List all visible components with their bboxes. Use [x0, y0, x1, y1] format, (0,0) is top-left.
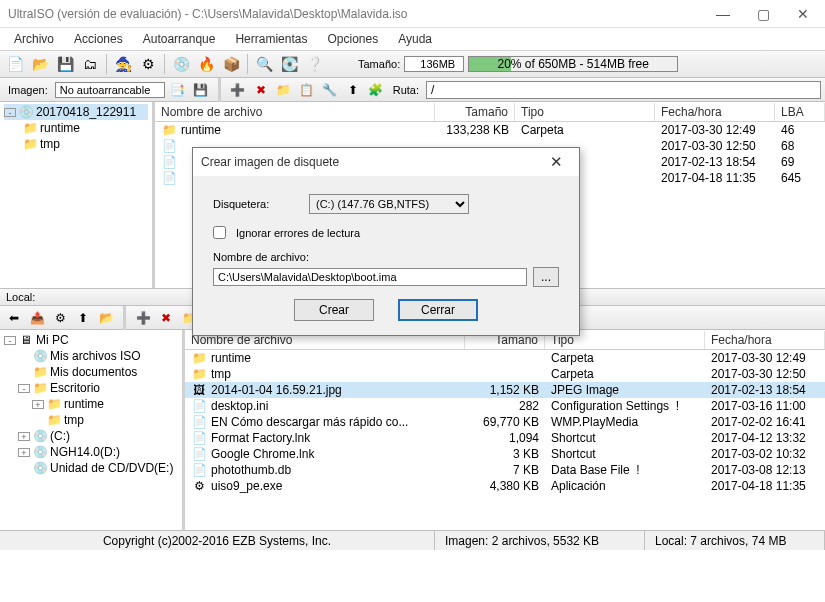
- disc-icon[interactable]: 💽: [278, 53, 300, 75]
- newfolder-icon[interactable]: 📁: [274, 80, 294, 100]
- expand-icon[interactable]: [18, 464, 30, 473]
- list-header[interactable]: Nombre de archivo Tamaño Tipo Fecha/hora…: [155, 102, 825, 122]
- list-row[interactable]: 2014-01-04 16.59.21.jpg1,152 KBJPEG Imag…: [185, 382, 825, 398]
- expand-icon[interactable]: [32, 416, 44, 425]
- up2-icon[interactable]: ⬆: [73, 308, 93, 328]
- bootable-select[interactable]: [55, 82, 165, 98]
- tree-item[interactable]: +(C:): [4, 428, 178, 444]
- close-label: Cerrar: [421, 303, 455, 317]
- menu-herramientas[interactable]: Herramientas: [225, 30, 317, 48]
- list-row[interactable]: runtime133,238 KBCarpeta2017-03-30 12:49…: [155, 122, 825, 138]
- tree-item[interactable]: -Mi PC: [4, 332, 178, 348]
- add2-icon[interactable]: ➕: [133, 308, 153, 328]
- tree-item[interactable]: +NGH14.0(D:): [4, 444, 178, 460]
- drive-select[interactable]: (C:) (147.76 GB,NTFS): [309, 194, 469, 214]
- path2-icon[interactable]: 📂: [96, 308, 116, 328]
- col-lba[interactable]: LBA: [775, 103, 825, 121]
- prop-icon[interactable]: 📋: [297, 80, 317, 100]
- dialog-close-icon[interactable]: ✕: [541, 153, 571, 171]
- browse-button[interactable]: ...: [533, 267, 559, 287]
- save-icon[interactable]: 💾: [54, 53, 76, 75]
- dialog-titlebar[interactable]: Crear imagen de disquete ✕: [193, 148, 579, 176]
- tree-icon: [32, 349, 48, 363]
- menu-acciones[interactable]: Acciones: [64, 30, 133, 48]
- list-row[interactable]: tmpCarpeta2017-03-30 12:50: [185, 366, 825, 382]
- search-icon[interactable]: 🔍: [253, 53, 275, 75]
- row-type: Carpeta: [545, 351, 705, 365]
- list-row[interactable]: runtimeCarpeta2017-03-30 12:49: [185, 350, 825, 366]
- expand-icon[interactable]: +: [18, 448, 30, 457]
- list-row[interactable]: desktop.ini282Configuration Settings !20…: [185, 398, 825, 414]
- del2-icon[interactable]: ✖: [156, 308, 176, 328]
- col-date[interactable]: Fecha/hora: [705, 331, 825, 349]
- col-size[interactable]: Tamaño: [435, 103, 515, 121]
- saveas-icon[interactable]: 🗂: [79, 53, 101, 75]
- close-icon[interactable]: ✕: [783, 0, 823, 28]
- tree-item[interactable]: -Escritorio: [4, 380, 178, 396]
- col-date[interactable]: Fecha/hora: [655, 103, 775, 121]
- tool1-icon[interactable]: 🔧: [320, 80, 340, 100]
- row-icon: [191, 463, 207, 477]
- row-name: runtime: [181, 123, 221, 137]
- menu-archivo[interactable]: Archivo: [4, 30, 64, 48]
- set-icon[interactable]: ⚙: [50, 308, 70, 328]
- maximize-icon[interactable]: ▢: [743, 0, 783, 28]
- list-body[interactable]: runtimeCarpeta2017-03-30 12:49tmpCarpeta…: [185, 350, 825, 530]
- extract-icon[interactable]: 📤: [27, 308, 47, 328]
- image-tree[interactable]: - 20170418_122911 runtime tmp: [0, 102, 155, 288]
- tree-item[interactable]: Unidad de CD/DVD(E:): [4, 460, 178, 476]
- menu-ayuda[interactable]: Ayuda: [388, 30, 442, 48]
- ignore-errors-checkbox[interactable]: [213, 226, 226, 239]
- options-icon[interactable]: ⚙: [137, 53, 159, 75]
- tree-item[interactable]: tmp: [4, 136, 148, 152]
- expand-icon[interactable]: [18, 368, 30, 377]
- expand-icon[interactable]: -: [4, 336, 16, 345]
- back-icon[interactable]: ⬅: [4, 308, 24, 328]
- new-icon[interactable]: 📄: [4, 53, 26, 75]
- tree-item[interactable]: Mis archivos ISO: [4, 348, 178, 364]
- tree-item[interactable]: tmp: [4, 412, 178, 428]
- boot-save-icon[interactable]: 💾: [191, 80, 211, 100]
- expand-icon[interactable]: -: [18, 384, 30, 393]
- add-icon[interactable]: ➕: [228, 80, 248, 100]
- capacity-bar[interactable]: 20% of 650MB - 514MB free: [468, 56, 678, 72]
- tree-icon: [32, 429, 48, 443]
- expand-icon[interactable]: +: [32, 400, 44, 409]
- mount-icon[interactable]: 💿: [170, 53, 192, 75]
- expand-icon[interactable]: +: [18, 432, 30, 441]
- up-icon[interactable]: ⬆: [343, 80, 363, 100]
- create-button[interactable]: Crear: [294, 299, 374, 321]
- list-row[interactable]: Google Chrome.lnk3 KBShortcut2017-03-02 …: [185, 446, 825, 462]
- tool2-icon[interactable]: 🧩: [366, 80, 386, 100]
- expand-icon[interactable]: [18, 352, 30, 361]
- menu-autoarranque[interactable]: Autoarranque: [133, 30, 226, 48]
- wizard-icon[interactable]: 🧙: [112, 53, 134, 75]
- tree-root[interactable]: - 20170418_122911: [4, 104, 148, 120]
- help-icon[interactable]: ❔: [303, 53, 325, 75]
- collapse-icon[interactable]: -: [4, 108, 16, 117]
- burn-icon[interactable]: 🔥: [195, 53, 217, 75]
- row-size: 69,770 KB: [465, 415, 545, 429]
- remove-icon[interactable]: ✖: [251, 80, 271, 100]
- tree-item[interactable]: +runtime: [4, 396, 178, 412]
- pane-divider[interactable]: [123, 306, 126, 330]
- pane-divider[interactable]: [218, 78, 221, 102]
- list-row[interactable]: Format Factory.lnk1,094Shortcut2017-04-1…: [185, 430, 825, 446]
- open-icon[interactable]: 📂: [29, 53, 51, 75]
- filename-label: Nombre de archivo:: [213, 251, 309, 263]
- boot-prop-icon[interactable]: 📑: [168, 80, 188, 100]
- compress-icon[interactable]: 📦: [220, 53, 242, 75]
- menu-opciones[interactable]: Opciones: [317, 30, 388, 48]
- tree-item[interactable]: runtime: [4, 120, 148, 136]
- list-row[interactable]: uiso9_pe.exe4,380 KBAplicación2017-04-18…: [185, 478, 825, 494]
- list-row[interactable]: photothumb.db7 KBData Base File !2017-03…: [185, 462, 825, 478]
- col-name[interactable]: Nombre de archivo: [155, 103, 435, 121]
- col-type[interactable]: Tipo: [515, 103, 655, 121]
- list-row[interactable]: EN Cómo descargar más rápido co...69,770…: [185, 414, 825, 430]
- tree-item[interactable]: Mis documentos: [4, 364, 178, 380]
- local-tree[interactable]: -Mi PC Mis archivos ISO Mis documentos-E…: [0, 330, 185, 530]
- close-button[interactable]: Cerrar: [398, 299, 478, 321]
- minimize-icon[interactable]: —: [703, 0, 743, 28]
- filename-input[interactable]: [213, 268, 527, 286]
- path-box[interactable]: /: [426, 81, 821, 99]
